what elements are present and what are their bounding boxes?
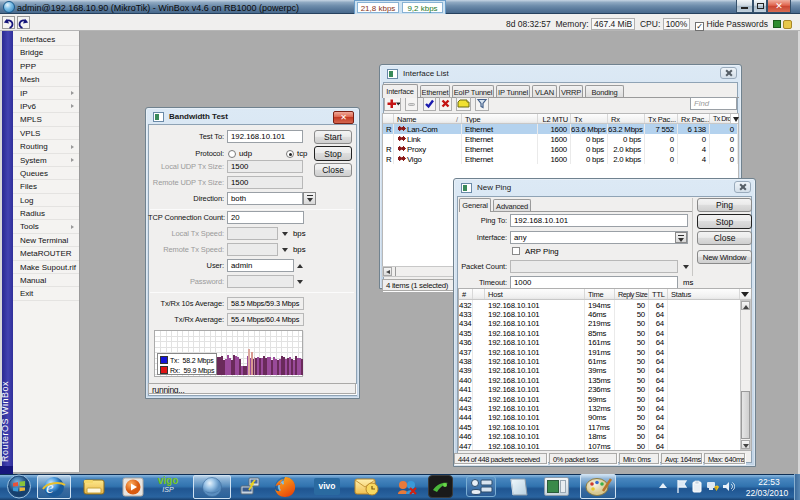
svg-text:e: e <box>46 478 54 497</box>
